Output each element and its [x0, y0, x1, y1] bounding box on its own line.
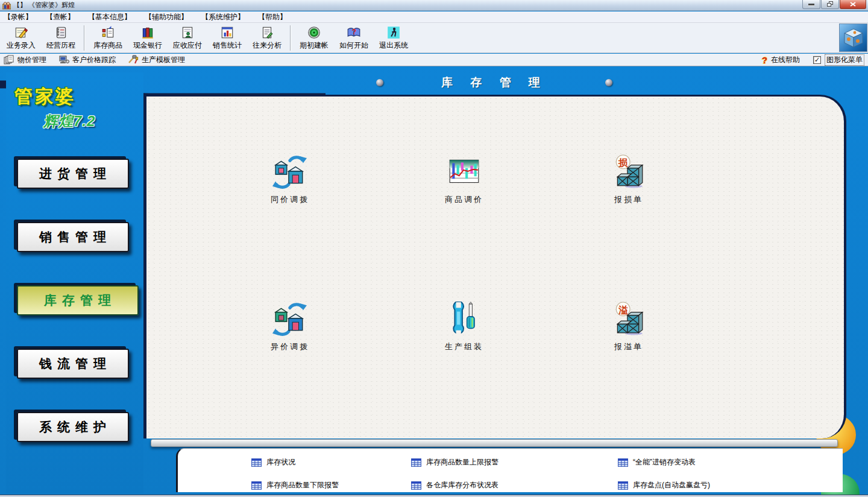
menu-bar: 【录帐】 【查帐】 【基本信息】 【辅助功能】 【系统维护】 【帮助】	[0, 11, 868, 23]
sales-chart-icon	[220, 25, 234, 40]
content-panel: 同价调拨 商品调价	[146, 95, 846, 438]
report-link-label: 库存商品数量下限报警	[266, 480, 339, 490]
close-button[interactable]	[840, 0, 866, 9]
sidebar-item-cashflow[interactable]: 钱流管理	[17, 349, 129, 379]
app-item-label: 报损单	[583, 194, 674, 205]
svg-text:?: ?	[352, 27, 356, 36]
graphic-menu-label[interactable]: 图形化菜单	[825, 54, 864, 66]
main-area: 库 存 管 理 同价调拨	[0, 66, 868, 497]
app-item-production-assembly[interactable]: 生产组装	[419, 302, 509, 352]
menu-aux-functions[interactable]: 【辅助功能】	[145, 12, 188, 22]
ledger-icon	[54, 25, 68, 40]
close-icon	[850, 2, 856, 7]
toolbar-contacts-analysis[interactable]: 往来分析	[247, 24, 287, 52]
price-cards-icon	[4, 55, 14, 65]
report-link-label: 各仓库库存分布状况表	[426, 480, 498, 490]
app-icon	[2, 1, 11, 10]
report-warehouse-distribution[interactable]: 各仓库库存分布状况表	[411, 480, 618, 490]
title-bar: 【】 《管家婆》辉煌	[0, 0, 868, 11]
note-pen-icon	[14, 25, 28, 40]
toolbar-business-entry[interactable]: 业务录入	[1, 24, 41, 52]
menu-query[interactable]: 【查帐】	[46, 12, 75, 22]
sidebar-item-sales[interactable]: 销售管理	[17, 222, 129, 252]
table-icon	[251, 481, 262, 490]
toolbar2-customer-price-tracking[interactable]: 客户价格跟踪	[58, 55, 116, 65]
app-item-label: 报溢单	[583, 341, 674, 352]
toolbar-button-label: 应收应付	[173, 40, 202, 51]
toolbar-button-label: 期初建帐	[300, 40, 329, 51]
toolbar2-production-template-management[interactable]: 生产模板管理	[128, 55, 185, 65]
minimize-button[interactable]	[802, 0, 820, 9]
report-link-label: 库存盘点(自动盘赢盘亏)	[633, 480, 710, 490]
online-help-link[interactable]: 在线帮助	[771, 55, 800, 65]
bottom-divider-bar	[151, 439, 838, 447]
report-inventory-status[interactable]: 库存状况	[251, 457, 411, 467]
sidebar: 管家婆 辉煌7.2 进货管理 销售管理 库存管理 钱流管理 系统维护	[6, 72, 143, 493]
table-icon	[251, 458, 262, 467]
brand-cube-logo	[839, 24, 867, 52]
app-item-label: 异价调拨	[245, 341, 335, 352]
toolbar2-item-label: 客户价格跟踪	[72, 55, 116, 65]
report-lower-limit-alarm[interactable]: 库存商品数量下限报警	[251, 480, 411, 490]
report-link-label: “全能”进销存变动表	[633, 457, 696, 467]
toolbar-exit-system[interactable]: 退出系统	[374, 24, 414, 52]
price-chart-icon	[447, 154, 482, 189]
app-item-label: 生产组装	[419, 341, 509, 352]
toolbar2-price-management[interactable]: 物价管理	[4, 55, 46, 65]
sidebar-item-inventory[interactable]: 库存管理	[17, 285, 139, 315]
app-item-loss-report[interactable]: 损 报损单	[583, 154, 674, 205]
app-item-gain-report[interactable]: 溢 报溢单	[583, 302, 674, 352]
sidebar-item-system[interactable]: 系统维护	[17, 412, 129, 442]
table-icon	[411, 458, 421, 467]
online-help-icon: ?	[762, 55, 767, 65]
table-icon	[618, 458, 628, 467]
toolbar-button-label: 经营历程	[46, 40, 75, 51]
report-link-label: 库存商品数量上限报警	[426, 457, 498, 467]
minimize-icon	[808, 4, 814, 5]
toolbar-inventory-goods[interactable]: 库存商品	[88, 24, 128, 52]
cash-bank-icon	[140, 25, 155, 40]
warehouse-transfer-icon	[272, 154, 307, 189]
graphic-menu-checkbox[interactable]: ✓	[813, 56, 821, 64]
secondary-toolbar: 物价管理 客户价格跟踪 生产模板管理 ? 在线帮助 ✓ 图形化菜单	[0, 54, 868, 66]
toolbar-initial-setup[interactable]: 期初建帐	[294, 24, 334, 52]
brand-logo: 管家婆 辉煌7.2	[14, 84, 95, 131]
goods-doc-icon	[101, 25, 115, 40]
analysis-doc-icon	[260, 25, 274, 40]
toolbar-button-label: 库存商品	[93, 40, 122, 51]
report-upper-limit-alarm[interactable]: 库存商品数量上限报警	[411, 457, 618, 467]
toolbar-button-label: 如何开始	[339, 40, 368, 51]
menu-help[interactable]: 【帮助】	[258, 12, 287, 22]
restore-button[interactable]	[821, 0, 839, 9]
window-title: 【】 《管家婆》辉煌	[13, 1, 75, 10]
init-account-icon	[307, 25, 321, 40]
toolbar-button-label: 现金银行	[133, 40, 162, 51]
sidebar-item-purchase[interactable]: 进货管理	[17, 159, 129, 189]
menu-basic-info[interactable]: 【基本信息】	[88, 12, 131, 22]
warehouse-transfer-diff-icon	[272, 302, 307, 337]
howto-book-icon: ?	[347, 25, 361, 40]
toolbar-cash-bank[interactable]: 现金银行	[128, 24, 168, 52]
toolbar2-item-label: 生产模板管理	[142, 55, 185, 65]
report-allinone-change-table[interactable]: “全能”进销存变动表	[618, 457, 843, 467]
table-icon	[411, 481, 421, 490]
app-item-label: 商品调价	[419, 194, 509, 205]
toolbar-sales-statistics[interactable]: 销售统计	[207, 24, 247, 52]
receivable-icon	[180, 25, 195, 40]
report-links-panel: 库存状况 库存商品数量上限报警 “全能”进销存变动表 库存商品数量下限报警 各仓…	[176, 448, 843, 492]
toolbar2-item-label: 物价管理	[17, 55, 46, 65]
app-item-same-price-transfer[interactable]: 同价调拨	[245, 154, 335, 205]
app-item-diff-price-transfer[interactable]: 异价调拨	[245, 302, 335, 352]
menu-record[interactable]: 【录帐】	[4, 12, 33, 22]
toolbar-business-history[interactable]: 经营历程	[41, 24, 81, 52]
brand-name: 管家婆	[14, 84, 95, 109]
window-bottom-edge	[0, 495, 868, 497]
loss-boxes-icon: 损	[611, 154, 646, 189]
app-item-goods-price-adjust[interactable]: 商品调价	[419, 154, 509, 205]
restore-icon	[827, 1, 834, 7]
toolbar-receivable-payable[interactable]: 应收应付	[168, 24, 207, 52]
gain-boxes-icon: 溢	[611, 302, 646, 337]
report-stocktaking[interactable]: 库存盘点(自动盘赢盘亏)	[618, 480, 843, 490]
menu-system-maintenance[interactable]: 【系统维护】	[201, 12, 245, 22]
toolbar-how-to-start[interactable]: ? 如何开始	[334, 24, 374, 52]
